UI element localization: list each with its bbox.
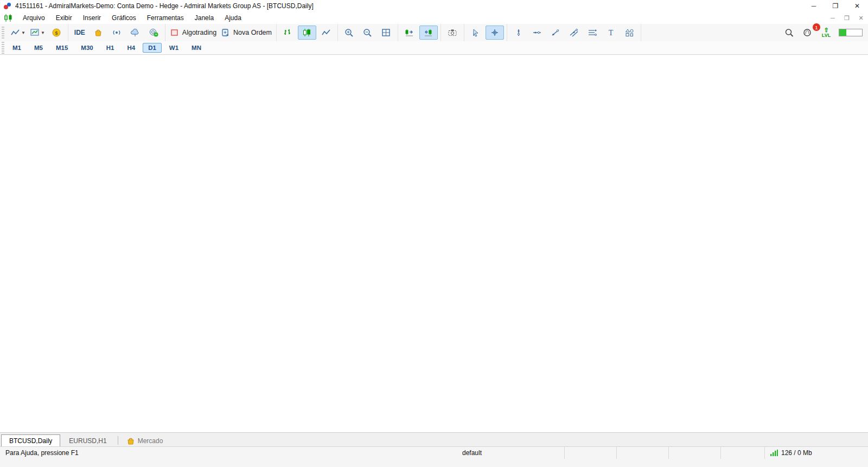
status-cell bbox=[721, 447, 765, 459]
status-profile[interactable]: default bbox=[380, 447, 565, 459]
tab-market[interactable]: Mercado bbox=[122, 435, 169, 447]
status-cell bbox=[669, 447, 721, 459]
mt5-window: 41511161 - AdmiralMarkets-Demo: Conta De… bbox=[0, 0, 868, 467]
tab-btcusd-daily[interactable]: BTCUSD,Daily bbox=[1, 434, 60, 447]
status-traffic: 126 / 0 Mb bbox=[781, 449, 812, 457]
tab-separator bbox=[118, 436, 118, 445]
market-label: Mercado bbox=[138, 437, 163, 445]
status-bar: Para Ajuda, pressione F1 default 126 / 0… bbox=[0, 446, 868, 467]
tab-eurusd-h1[interactable]: EURUSD,H1 bbox=[61, 435, 114, 447]
connection-bars-icon bbox=[770, 450, 778, 456]
status-cell bbox=[617, 447, 669, 459]
status-help: Para Ajuda, pressione F1 bbox=[0, 447, 380, 459]
chart-tabs-bar: BTCUSD,Daily EURUSD,H1 Mercado bbox=[0, 432, 868, 447]
status-cell bbox=[565, 447, 617, 459]
market-bag-icon bbox=[127, 437, 135, 445]
chart-area[interactable] bbox=[0, 0, 868, 467]
